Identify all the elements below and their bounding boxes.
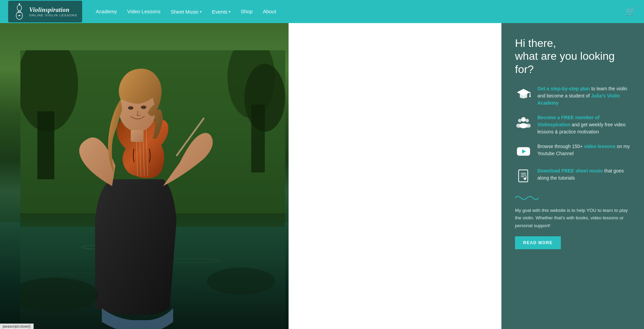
video-lessons-link[interactable]: video lessons [584, 144, 615, 149]
svg-point-46 [524, 178, 526, 180]
members-icon [515, 114, 532, 131]
panel-item-sheet: Download FREE sheet music that goes alon… [515, 167, 632, 184]
nav-item-events[interactable]: Events ▾ [212, 9, 231, 15]
main-nav: Violinspiration Online Violin Lessons Ac… [0, 0, 644, 23]
nav-link-events[interactable]: Events ▾ [212, 9, 231, 15]
violinist-silhouette [20, 50, 285, 329]
info-panel: Hi there, what are you looking for? Get … [501, 23, 644, 329]
events-dropdown-arrow: ▾ [229, 10, 231, 14]
sheet-music-dropdown-arrow: ▾ [200, 10, 202, 14]
svg-point-26 [128, 106, 133, 110]
svg-rect-12 [37, 111, 54, 179]
svg-rect-42 [519, 170, 528, 182]
panel-footer-text: My goal with this website is to help YOU… [515, 207, 632, 230]
svg-point-38 [526, 119, 529, 122]
panel-item-member: Become a FREE member of Violinspiration … [515, 114, 632, 135]
nav-links: Academy Video Lessons Sheet Music ▾ Even… [96, 8, 626, 15]
nav-item-video-lessons[interactable]: Video Lessons [127, 8, 161, 15]
academy-highlight[interactable]: Get a step-by-step plan [537, 86, 590, 91]
nav-item-about[interactable]: About [263, 8, 276, 15]
nav-link-academy[interactable]: Academy [96, 8, 117, 14]
members-svg [516, 115, 531, 130]
read-more-button[interactable]: READ MORE [515, 236, 561, 249]
nav-item-shop[interactable]: Shop [241, 8, 253, 15]
youtube-icon [515, 143, 532, 160]
svg-rect-28 [131, 130, 144, 142]
nav-item-sheet-music[interactable]: Sheet Music ▾ [171, 9, 202, 15]
cart-icon[interactable]: 🛒 [626, 7, 636, 16]
nav-link-shop[interactable]: Shop [241, 8, 253, 14]
panel-text-member: Become a FREE member of Violinspiration … [537, 114, 632, 135]
svg-rect-13 [251, 105, 265, 172]
panel-text-sheet: Download FREE sheet music that goes alon… [537, 167, 632, 182]
nav-link-about[interactable]: About [263, 8, 276, 14]
nav-link-sheet-music[interactable]: Sheet Music ▾ [171, 9, 202, 15]
wave-divider [515, 195, 632, 201]
logo-brand-name: Violinspiration [29, 6, 77, 14]
nav-item-academy[interactable]: Academy [96, 8, 117, 15]
svg-point-1 [17, 5, 21, 11]
svg-point-36 [518, 119, 521, 122]
youtube-svg [516, 144, 531, 159]
panel-item-video: Browse through 150+ video lessons on my … [515, 143, 632, 160]
panel-text-academy: Get a step-by-step plan to learn the vio… [537, 85, 632, 107]
svg-point-30 [207, 268, 275, 295]
panel-text-video: Browse through 150+ video lessons on my … [537, 143, 632, 157]
wave-svg [515, 195, 539, 201]
sheet-music-link[interactable]: Download FREE sheet music [537, 168, 603, 173]
panel-item-academy: Get a step-by-step plan to learn the vio… [515, 85, 632, 107]
sheet-music-svg [516, 169, 531, 183]
graduation-cap-svg [516, 87, 531, 101]
nav-link-video-lessons[interactable]: Video Lessons [127, 8, 161, 14]
svg-point-6 [19, 15, 20, 16]
hero-photo [0, 23, 289, 329]
logo[interactable]: Violinspiration Online Violin Lessons [8, 1, 82, 22]
sheet-music-icon [515, 167, 532, 184]
graduation-icon [515, 85, 532, 102]
logo-violin-icon [13, 3, 26, 20]
panel-title: Hi there, what are you looking for? [515, 37, 632, 76]
logo-tagline: Online Violin Lessons [29, 14, 77, 17]
hero-section: Hi there, what are you looking for? Get … [0, 0, 644, 329]
status-bar: javascript:close() [0, 324, 34, 329]
svg-point-33 [529, 95, 531, 97]
svg-point-27 [141, 106, 146, 109]
logo-text: Violinspiration Online Violin Lessons [29, 6, 77, 17]
svg-point-34 [521, 117, 526, 122]
